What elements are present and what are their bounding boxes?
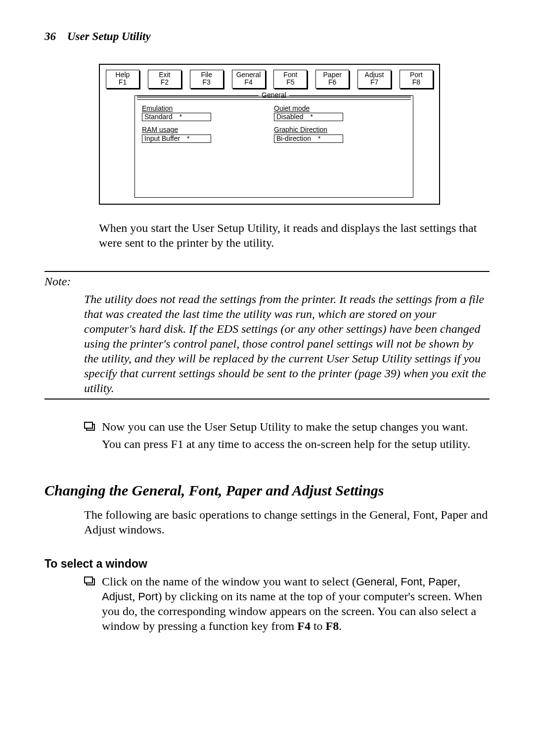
section-heading: Changing the General, Font, Paper and Ad… bbox=[44, 481, 490, 500]
ram-usage-label: RAM usage bbox=[142, 126, 274, 133]
section-paragraph: The following are basic operations to ch… bbox=[84, 507, 490, 537]
emulation-label: Emulation bbox=[142, 105, 274, 112]
divider bbox=[44, 271, 490, 272]
quiet-mode-value: Disabled bbox=[276, 113, 303, 121]
fkey-general[interactable]: General F4 bbox=[232, 70, 266, 89]
note-label: Note: bbox=[44, 274, 490, 289]
fkey-label: Help bbox=[106, 71, 139, 79]
window-name-general: General bbox=[356, 576, 395, 588]
fkey-label: File bbox=[190, 71, 223, 79]
fkey-code: F4 bbox=[232, 79, 265, 86]
star-icon: * bbox=[179, 113, 182, 121]
window-name-paper: Paper bbox=[428, 576, 457, 588]
fkey-label: Port bbox=[400, 71, 433, 79]
subsection-heading: To select a window bbox=[44, 557, 490, 571]
graphic-direction-label: Graphic Direction bbox=[274, 126, 406, 133]
fkey-label: Font bbox=[274, 71, 307, 79]
divider bbox=[44, 399, 490, 400]
page-number: 36 bbox=[44, 30, 56, 43]
ram-usage-field[interactable]: Input Buffer * bbox=[142, 134, 211, 143]
page-header: 36 User Setup Utility bbox=[44, 30, 490, 44]
fkey-file[interactable]: File F3 bbox=[190, 70, 223, 89]
ram-usage-value: Input Buffer bbox=[144, 134, 180, 142]
fkey-paper[interactable]: Paper F6 bbox=[315, 70, 349, 89]
key-f4: F4 bbox=[297, 620, 311, 632]
note-body: The utility does not read the settings f… bbox=[84, 292, 490, 396]
bullet-icon bbox=[84, 419, 102, 435]
fkey-code: F3 bbox=[190, 79, 223, 86]
bullet-icon bbox=[84, 574, 102, 589]
window-name-font: Font bbox=[400, 576, 422, 588]
star-icon: * bbox=[187, 134, 189, 142]
bullet-text: Click on the name of the window you want… bbox=[102, 574, 490, 633]
fkey-font[interactable]: Font F5 bbox=[273, 70, 307, 89]
fkey-adjust[interactable]: Adjust F7 bbox=[357, 70, 391, 89]
emulation-value: Standard bbox=[144, 113, 173, 121]
fkey-code: F6 bbox=[316, 79, 349, 86]
star-icon: * bbox=[318, 134, 320, 142]
fkey-label: Paper bbox=[316, 71, 349, 79]
quiet-mode-label: Quiet mode bbox=[274, 105, 406, 112]
star-icon: * bbox=[310, 113, 312, 121]
graphic-direction-value: Bi-direction bbox=[276, 134, 311, 142]
window-name-port: Port bbox=[138, 590, 158, 603]
bullet-text: Now you can use the User Setup Utility t… bbox=[102, 419, 490, 434]
page-title: User Setup Utility bbox=[67, 30, 151, 43]
quiet-mode-field[interactable]: Disabled * bbox=[274, 113, 343, 121]
fkey-port[interactable]: Port F8 bbox=[400, 70, 433, 89]
fkey-code: F1 bbox=[106, 79, 139, 86]
utility-screenshot: Help F1 Exit F2 File F3 General F4 Font … bbox=[99, 64, 440, 205]
fkey-code: F7 bbox=[358, 79, 391, 86]
fkey-code: F2 bbox=[148, 79, 181, 86]
fkey-label: General bbox=[232, 71, 265, 79]
key-f8: F8 bbox=[326, 620, 339, 632]
bullet-text: You can press F1 at any time to access t… bbox=[102, 437, 490, 451]
general-panel: General Emulation Standard * RAM usage I… bbox=[134, 95, 413, 198]
emulation-field[interactable]: Standard * bbox=[142, 113, 211, 121]
fkey-label: Adjust bbox=[358, 71, 391, 79]
window-name-adjust: Adjust bbox=[102, 590, 132, 603]
fkey-code: F5 bbox=[274, 79, 307, 86]
function-key-row: Help F1 Exit F2 File F3 General F4 Font … bbox=[106, 70, 433, 89]
intro-paragraph: When you start the User Setup Utility, i… bbox=[99, 221, 490, 250]
fkey-code: F8 bbox=[400, 79, 433, 86]
fkey-label: Exit bbox=[148, 71, 181, 79]
graphic-direction-field[interactable]: Bi-direction * bbox=[274, 134, 343, 143]
fkey-exit[interactable]: Exit F2 bbox=[148, 70, 181, 89]
fkey-help[interactable]: Help F1 bbox=[106, 70, 139, 89]
